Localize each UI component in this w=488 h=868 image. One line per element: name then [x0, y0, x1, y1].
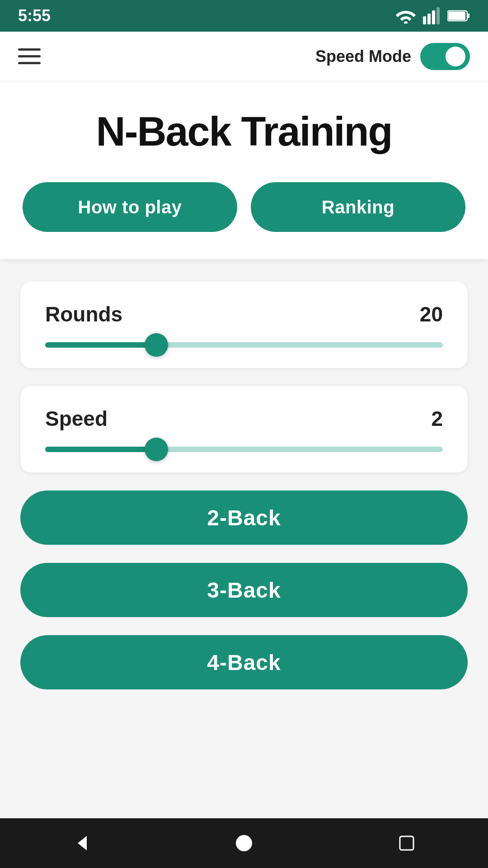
- svg-rect-4: [436, 7, 440, 24]
- 3-back-button[interactable]: 3-Back: [20, 563, 468, 617]
- app-title: N-Back Training: [23, 108, 465, 155]
- hero-buttons: How to play Ranking: [23, 182, 465, 232]
- speed-slider-track[interactable]: [45, 447, 443, 452]
- ranking-button[interactable]: Ranking: [251, 182, 465, 232]
- back-icon: [72, 834, 90, 852]
- speed-slider-fill: [45, 447, 156, 452]
- svg-rect-7: [467, 14, 469, 18]
- how-to-play-button[interactable]: How to play: [23, 182, 237, 232]
- wifi-icon: [396, 8, 416, 24]
- svg-point-0: [404, 21, 408, 24]
- svg-point-9: [236, 835, 252, 851]
- hero-section: N-Back Training How to play Ranking: [0, 81, 488, 259]
- svg-rect-10: [400, 836, 413, 850]
- speed-mode-label: Speed Mode: [315, 47, 411, 66]
- status-bar: 5:55: [0, 0, 488, 32]
- status-time: 5:55: [18, 6, 51, 25]
- speed-label: Speed: [45, 406, 108, 431]
- speed-value: 2: [431, 406, 443, 431]
- 2-back-button[interactable]: 2-Back: [20, 491, 468, 545]
- recent-icon: [398, 835, 415, 852]
- rounds-value: 20: [420, 302, 443, 326]
- rounds-slider-thumb[interactable]: [145, 333, 168, 357]
- back-nav-button[interactable]: [66, 827, 97, 859]
- rounds-label: Rounds: [45, 302, 122, 326]
- bottom-nav: [0, 818, 488, 868]
- rounds-slider-track[interactable]: [45, 342, 443, 348]
- status-icons: [396, 7, 470, 24]
- signal-icon: [423, 7, 440, 24]
- rounds-slider-card: Rounds 20: [20, 282, 468, 368]
- home-icon: [235, 834, 253, 852]
- svg-rect-2: [427, 14, 431, 24]
- svg-marker-8: [78, 836, 87, 850]
- home-nav-button[interactable]: [228, 827, 260, 859]
- svg-rect-3: [432, 10, 435, 24]
- main-content: Rounds 20 Speed 2 2-Back 3-Back 4-Back: [0, 259, 488, 818]
- svg-rect-6: [448, 12, 465, 20]
- rounds-slider-fill: [45, 342, 156, 348]
- speed-slider-card: Speed 2: [20, 386, 468, 472]
- 4-back-button[interactable]: 4-Back: [20, 635, 468, 689]
- app-bar: Speed Mode: [0, 32, 488, 81]
- hamburger-menu-button[interactable]: [18, 48, 41, 64]
- speed-mode-container: Speed Mode: [315, 43, 470, 70]
- speed-mode-toggle[interactable]: [420, 43, 470, 70]
- svg-rect-1: [423, 16, 426, 24]
- battery-icon: [447, 9, 470, 22]
- recent-nav-button[interactable]: [391, 827, 422, 859]
- speed-slider-thumb[interactable]: [145, 438, 168, 461]
